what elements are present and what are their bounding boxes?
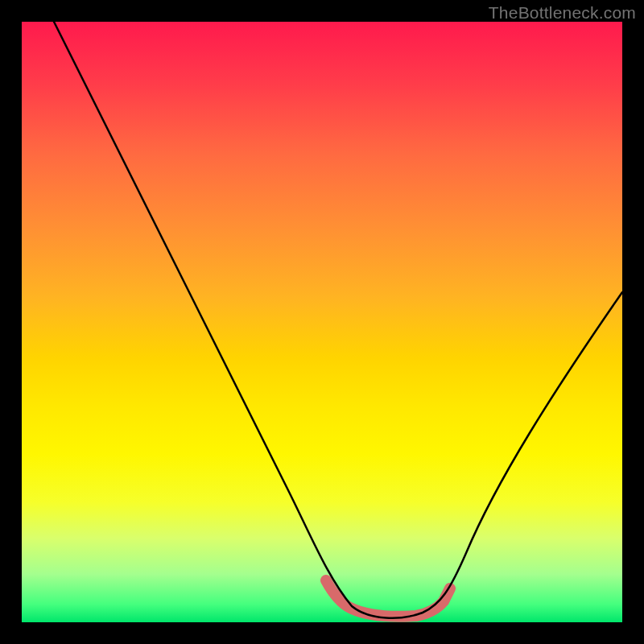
- curve-main: [54, 22, 622, 618]
- watermark-text: TheBottleneck.com: [489, 3, 636, 23]
- chart-frame: TheBottleneck.com: [0, 0, 644, 644]
- bottleneck-curve: [22, 22, 622, 622]
- curve-highlight: [326, 580, 450, 617]
- plot-area: [22, 22, 622, 622]
